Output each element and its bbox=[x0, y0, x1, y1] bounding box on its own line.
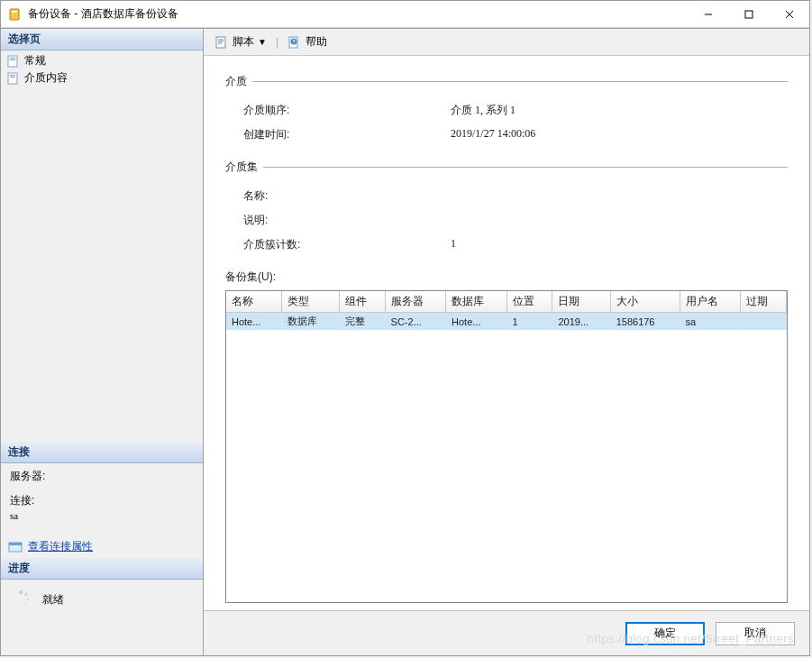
svg-text:?: ? bbox=[293, 39, 296, 44]
col-server[interactable]: 服务器 bbox=[385, 291, 445, 313]
connection-info: 服务器: 连接: sa bbox=[1, 463, 203, 535]
svg-rect-1 bbox=[12, 11, 17, 13]
backupset-label: 备份集(U): bbox=[225, 270, 788, 285]
col-date[interactable]: 日期 bbox=[552, 291, 610, 313]
cell-size: 1586176 bbox=[610, 313, 680, 331]
desc-label: 说明: bbox=[243, 213, 451, 228]
select-page-header: 选择页 bbox=[1, 29, 203, 50]
view-connection-props[interactable]: 查看连接属性 bbox=[1, 535, 203, 558]
svg-point-14 bbox=[19, 590, 23, 594]
dialog-window: 备份设备 - 酒店数据库备份设备 选择页 常规 介质内容 bbox=[0, 0, 810, 656]
cell-type: 数据库 bbox=[282, 313, 339, 331]
name-value bbox=[451, 188, 788, 204]
svg-rect-22 bbox=[216, 37, 225, 48]
media-sequence-label: 介质顺序: bbox=[243, 103, 451, 118]
cell-component: 完整 bbox=[339, 313, 385, 331]
backupset-table: 名称 类型 组件 服务器 数据库 位置 日期 大小 用户名 过期 bbox=[226, 291, 787, 330]
created-label: 创建时间: bbox=[243, 127, 451, 142]
title-bar: 备份设备 - 酒店数据库备份设备 bbox=[1, 1, 809, 28]
app-icon bbox=[8, 7, 23, 22]
main-panel: 介质 介质顺序: 介质 1, 系列 1 创建时间: 2019/1/27 14:0… bbox=[204, 56, 809, 610]
cell-user: sa bbox=[680, 313, 740, 331]
divider bbox=[252, 81, 788, 82]
cell-date: 2019... bbox=[552, 313, 610, 331]
progress-header: 进度 bbox=[1, 558, 203, 580]
progress-status: 就绪 bbox=[42, 592, 64, 608]
col-name[interactable]: 名称 bbox=[226, 291, 282, 313]
svg-rect-6 bbox=[8, 56, 17, 67]
connection-header: 连接 bbox=[1, 442, 203, 463]
svg-rect-3 bbox=[745, 11, 753, 18]
svg-rect-0 bbox=[10, 9, 19, 20]
page-item-label: 常规 bbox=[24, 53, 46, 69]
svg-rect-13 bbox=[9, 543, 22, 545]
svg-rect-9 bbox=[8, 73, 17, 84]
connection-label: 连接: bbox=[10, 493, 194, 508]
page-list: 常规 介质内容 bbox=[1, 50, 203, 88]
page-icon bbox=[6, 54, 21, 69]
backupset-table-wrap[interactable]: 名称 类型 组件 服务器 数据库 位置 日期 大小 用户名 过期 bbox=[225, 290, 788, 603]
page-icon bbox=[6, 71, 21, 86]
cell-name: Hote... bbox=[226, 313, 282, 331]
mediaset-group: 介质集 名称: 说明: 介质簇计数: 1 bbox=[225, 160, 788, 257]
cell-server: SC-2... bbox=[385, 313, 445, 331]
col-expire[interactable]: 过期 bbox=[740, 291, 786, 313]
window-title: 备份设备 - 酒店数据库备份设备 bbox=[28, 6, 688, 22]
divider bbox=[263, 167, 788, 168]
page-item-label: 介质内容 bbox=[24, 70, 68, 86]
script-label: 脚本 bbox=[233, 34, 254, 50]
script-icon bbox=[214, 35, 229, 50]
media-group: 介质 介质顺序: 介质 1, 系列 1 创建时间: 2019/1/27 14:0… bbox=[225, 74, 788, 147]
cell-expire bbox=[740, 313, 786, 331]
sidebar: 选择页 常规 介质内容 连接 服务器: 连接: sa bbox=[1, 29, 204, 655]
media-group-label: 介质 bbox=[225, 74, 247, 89]
page-item-general[interactable]: 常规 bbox=[5, 52, 199, 69]
help-icon: ? bbox=[287, 35, 302, 50]
close-button[interactable] bbox=[769, 1, 809, 27]
properties-icon bbox=[8, 540, 23, 554]
view-connection-props-link[interactable]: 查看连接属性 bbox=[28, 539, 93, 554]
dropdown-icon: ▼ bbox=[258, 37, 267, 47]
page-item-media-content[interactable]: 介质内容 bbox=[5, 69, 199, 87]
svg-rect-10 bbox=[10, 75, 15, 76]
svg-point-18 bbox=[20, 606, 23, 608]
desc-value bbox=[451, 213, 788, 228]
help-label: 帮助 bbox=[306, 34, 327, 50]
svg-point-21 bbox=[14, 593, 17, 596]
watermark: https://blog.csdn.net/Street_Partners bbox=[587, 632, 794, 645]
svg-rect-11 bbox=[10, 77, 15, 78]
col-position[interactable]: 位置 bbox=[506, 291, 552, 313]
minimize-button[interactable] bbox=[688, 1, 728, 27]
family-count-label: 介质簇计数: bbox=[243, 237, 451, 252]
svg-point-17 bbox=[25, 603, 28, 606]
toolbar: 脚本 ▼ | ? 帮助 bbox=[204, 29, 809, 56]
connection-value: sa bbox=[10, 510, 194, 521]
svg-rect-7 bbox=[10, 58, 15, 59]
spinner-icon bbox=[10, 589, 32, 610]
col-user[interactable]: 用户名 bbox=[680, 291, 740, 313]
col-database[interactable]: 数据库 bbox=[446, 291, 506, 313]
svg-point-16 bbox=[26, 598, 29, 600]
media-sequence-value: 介质 1, 系列 1 bbox=[451, 103, 788, 118]
col-type[interactable]: 类型 bbox=[282, 291, 339, 313]
progress-area: 就绪 bbox=[1, 580, 203, 619]
dialog-body: 选择页 常规 介质内容 连接 服务器: 连接: sa bbox=[1, 28, 809, 655]
maximize-button[interactable] bbox=[728, 1, 769, 27]
cell-database: Hote... bbox=[446, 313, 506, 331]
script-button[interactable]: 脚本 ▼ bbox=[211, 32, 270, 51]
created-value: 2019/1/27 14:00:06 bbox=[451, 127, 788, 142]
name-label: 名称: bbox=[243, 188, 451, 204]
mediaset-group-label: 介质集 bbox=[225, 160, 258, 175]
family-count-value: 1 bbox=[451, 237, 788, 252]
cell-position: 1 bbox=[506, 313, 552, 331]
content-area: 脚本 ▼ | ? 帮助 介质 介质顺序: 介质 1, 系 bbox=[204, 29, 809, 655]
svg-rect-8 bbox=[10, 59, 15, 60]
svg-point-19 bbox=[14, 603, 17, 606]
col-size[interactable]: 大小 bbox=[610, 291, 680, 313]
table-row[interactable]: Hote... 数据库 完整 SC-2... Hote... 1 2019...… bbox=[226, 313, 787, 331]
server-label: 服务器: bbox=[10, 469, 194, 484]
col-component[interactable]: 组件 bbox=[339, 291, 385, 313]
svg-point-20 bbox=[13, 599, 15, 601]
svg-point-15 bbox=[24, 593, 28, 597]
help-button[interactable]: ? 帮助 bbox=[284, 32, 331, 51]
